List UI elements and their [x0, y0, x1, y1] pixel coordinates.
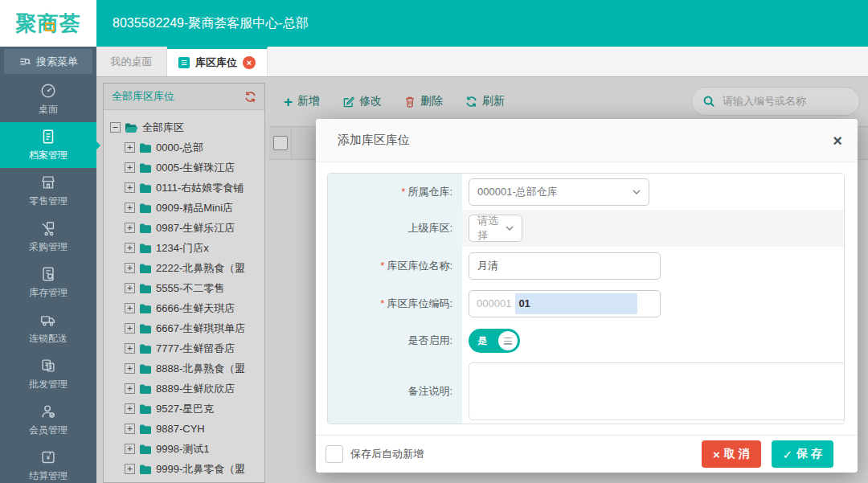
sidebar-item-label: 会员管理 — [29, 424, 68, 437]
sidebar-item-label: 结算管理 — [29, 469, 68, 483]
form-row-warehouse: *所属仓库:000001-总部仓库 — [328, 174, 844, 210]
dashboard-icon — [39, 82, 57, 100]
dialog-header: 添加库区库位 × — [316, 119, 858, 162]
sidebar-nav-items: 桌面档案管理零售管理采购管理库存管理连锁配送批发管理会员管理¥结算管理 — [0, 76, 96, 483]
code-field: 00000101 — [462, 284, 844, 322]
save-button-label: 保 存 — [796, 447, 822, 461]
sidebar-nav: 搜索菜单 桌面档案管理零售管理采购管理库存管理连锁配送批发管理会员管理¥结算管理 — [0, 47, 96, 483]
sidebar-item-distribution[interactable]: 连锁配送 — [0, 305, 96, 351]
parent-label: 上级库区: — [328, 210, 462, 247]
top-header-bar: 聚商荟 8035582249-聚商荟客服中心-总部 — [0, 0, 868, 47]
cancel-x-icon: × — [713, 448, 720, 460]
main-region: 我的桌面 库区库位 × 全部库区库位 −全部库区+0000-总部+0005-生鲜… — [96, 47, 868, 483]
sidebar-item-label: 库存管理 — [29, 286, 68, 300]
sidebar-item-label: 批发管理 — [29, 378, 68, 391]
sidebar-item-archives[interactable]: 档案管理 — [0, 122, 96, 168]
sidebar-item-wholesale[interactable]: 批发管理 — [0, 351, 96, 397]
search-menu-label: 搜索菜单 — [36, 55, 78, 69]
cancel-button-label: 取 消 — [724, 447, 750, 461]
inventory-icon — [39, 265, 57, 283]
enabled-label: 是否启用: — [328, 322, 462, 359]
add-location-dialog: 添加库区库位 × *所属仓库:000001-总部仓库上级库区:请选择*库区库位名… — [316, 119, 858, 473]
form-row-enabled: 是否启用:是 — [328, 322, 844, 359]
chevron-down-icon — [506, 226, 514, 231]
remark-textarea[interactable] — [469, 362, 845, 420]
parent-select[interactable]: 请选择 — [469, 215, 522, 242]
remark-field — [462, 359, 845, 424]
grid-list-icon — [178, 57, 190, 68]
sidebar-item-retail[interactable]: 零售管理 — [0, 168, 96, 214]
code-editable-segment[interactable]: 01 — [515, 293, 637, 314]
logo-orange-accent — [45, 23, 55, 31]
tab-label: 库区库位 — [195, 55, 237, 70]
save-check-icon: ✓ — [783, 448, 793, 460]
sidebar-item-member[interactable]: 会员管理 — [0, 397, 96, 443]
sidebar-item-purchase[interactable]: 采购管理 — [0, 214, 96, 260]
cancel-button[interactable]: × 取 消 — [702, 440, 761, 468]
svg-text:¥: ¥ — [47, 454, 51, 461]
auto-add-label: 保存后自动新增 — [350, 447, 424, 461]
warehouse-select[interactable]: 000001-总部仓库 — [469, 178, 649, 206]
sidebar-search-menu-button[interactable]: 搜索菜单 — [4, 49, 92, 74]
account-title: 8035582249-聚商荟客服中心-总部 — [113, 0, 309, 47]
warehouse-field: 000001-总部仓库 — [462, 174, 844, 210]
content-region: 全部库区库位 −全部库区+0000-总部+0005-生鲜珠江店+0111-右姑娘… — [96, 76, 868, 483]
remark-label: 备注说明: — [328, 359, 462, 424]
tab-close-icon[interactable]: × — [243, 56, 256, 69]
settle-icon: ¥ — [39, 448, 57, 466]
code-prefix: 000001 — [469, 297, 515, 309]
code-input[interactable]: 00000101 — [469, 290, 661, 317]
form-row-name: *库区库位名称:月清 — [328, 247, 844, 284]
archive-icon — [39, 128, 57, 145]
wholesale-icon — [39, 357, 57, 375]
toggle-knob — [498, 331, 518, 350]
dialog-form: *所属仓库:000001-总部仓库上级库区:请选择*库区库位名称:月清*库区库位… — [327, 173, 845, 424]
sidebar-item-desktop[interactable]: 桌面 — [0, 76, 96, 122]
sidebar-item-label: 连锁配送 — [29, 332, 68, 346]
name-field: 月清 — [462, 247, 844, 284]
enabled-field: 是 — [462, 322, 844, 359]
name-input[interactable]: 月清 — [469, 252, 661, 280]
member-icon — [39, 403, 57, 420]
required-asterisk: * — [401, 186, 405, 198]
dialog-title: 添加库区库位 — [338, 133, 410, 148]
dialog-footer: 保存后自动新增 × 取 消 ✓ 保 存 — [316, 435, 858, 473]
app-logo: 聚商荟 — [0, 0, 96, 47]
required-asterisk: * — [380, 297, 384, 309]
chevron-down-icon — [633, 190, 641, 194]
tab-label: 我的桌面 — [111, 55, 153, 69]
form-row-remark: 备注说明: — [328, 359, 844, 424]
sidebar-item-label: 档案管理 — [29, 149, 68, 162]
enabled-toggle[interactable]: 是 — [469, 329, 520, 353]
sidebar-item-label: 采购管理 — [29, 240, 68, 254]
auto-add-checkbox[interactable] — [326, 445, 343, 463]
sidebar-item-inventory[interactable]: 库存管理 — [0, 260, 96, 305]
tab-my-desktop[interactable]: 我的桌面 — [96, 47, 167, 76]
name-label: *库区库位名称: — [328, 247, 462, 284]
sidebar-item-label: 桌面 — [39, 103, 58, 117]
tab-bar: 我的桌面 库区库位 × — [96, 47, 868, 77]
save-button[interactable]: ✓ 保 存 — [772, 440, 833, 468]
cart-icon — [39, 219, 57, 237]
warehouse-label: *所属仓库: — [328, 174, 462, 210]
close-icon[interactable]: × — [833, 133, 842, 149]
form-row-parent: 上级库区:请选择 — [328, 210, 844, 247]
sidebar-item-settlement[interactable]: ¥结算管理 — [0, 443, 96, 483]
app-logo-text: 聚商荟 — [16, 13, 81, 34]
code-label: *库区库位编码: — [328, 284, 462, 322]
parent-field: 请选择 — [462, 210, 844, 247]
form-row-code: *库区库位编码:00000101 — [328, 284, 844, 322]
required-asterisk: * — [380, 260, 384, 272]
tab-storage-locations[interactable]: 库区库位 × — [167, 47, 268, 76]
truck-icon — [39, 311, 57, 329]
sidebar-item-label: 零售管理 — [29, 194, 68, 208]
search-menu-icon — [18, 55, 31, 68]
store-icon — [39, 174, 57, 191]
